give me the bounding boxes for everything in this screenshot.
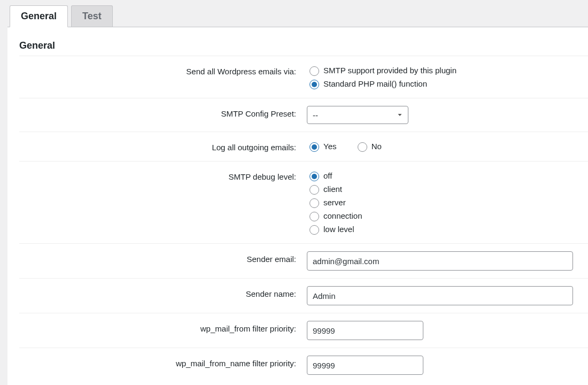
log-radio-no[interactable] [358,142,367,152]
debug-text-lowlevel: low level [323,225,354,234]
row-preset: SMTP Config Preset: -- [19,98,588,132]
send-via-text-smtp: SMTP support provided by this plugin [323,66,457,75]
send-via-option-php[interactable]: Standard PHP mail() function [307,77,577,90]
tab-general[interactable]: General [10,5,68,27]
from-priority-field [307,321,588,340]
sender-name-input[interactable] [307,286,573,305]
from-name-priority-label: wp_mail_from_name filter priority: [19,356,307,368]
debug-radio-connection[interactable] [310,212,319,221]
debug-option-connection[interactable]: connection [307,209,577,222]
debug-field: off client server connection low level [307,169,588,236]
log-text-no: No [372,142,382,151]
row-from-priority: wp_mail_from filter priority: [19,313,588,348]
row-log: Log all outgoing emails: Yes No [19,132,588,161]
tab-test[interactable]: Test [71,5,113,27]
row-from-name-priority: wp_mail_from_name filter priority: [19,348,588,382]
sender-email-field [307,251,588,271]
sender-email-input[interactable] [307,251,573,271]
debug-option-off[interactable]: off [307,169,577,182]
debug-text-connection: connection [323,211,362,220]
send-via-label: Send all Wordpress emails via: [19,64,307,76]
from-priority-label: wp_mail_from filter priority: [19,321,307,333]
debug-option-server[interactable]: server [307,196,577,209]
preset-select[interactable]: -- [307,106,408,124]
debug-text-server: server [323,198,346,207]
debug-option-lowlevel[interactable]: low level [307,222,577,236]
send-via-option-smtp[interactable]: SMTP support provided by this plugin [307,64,577,77]
debug-option-client[interactable]: client [307,182,577,196]
debug-text-client: client [323,184,342,194]
debug-text-off: off [323,171,332,180]
debug-radio-lowlevel[interactable] [310,225,319,235]
tabs-container: General Test [0,0,588,27]
log-label: Log all outgoing emails: [19,140,307,152]
from-name-priority-input[interactable] [307,356,423,375]
sender-name-label: Sender name: [19,286,307,298]
settings-page: General Test General Send all Wordpress … [0,0,588,385]
from-priority-input[interactable] [307,321,423,340]
sender-email-label: Sender email: [19,251,307,264]
log-option-yes[interactable]: Yes [307,140,336,153]
row-sender-email: Sender email: [19,243,588,278]
debug-label: SMTP debug level: [19,169,307,181]
sender-name-field [307,286,588,305]
debug-radio-server[interactable] [310,198,319,208]
preset-field: -- [307,106,588,124]
debug-radio-off[interactable] [310,172,319,181]
log-option-no[interactable]: No [355,140,382,153]
section-title: General [7,27,588,56]
from-name-priority-field [307,356,588,375]
row-sender-name: Sender name: [19,278,588,313]
row-debug: SMTP debug level: off client server conn… [19,161,588,243]
debug-radio-client[interactable] [310,185,319,195]
preset-label: SMTP Config Preset: [19,106,307,118]
tabs: General Test [10,5,588,27]
log-field: Yes No [307,140,588,153]
send-via-radio-php[interactable] [310,80,319,89]
log-text-yes: Yes [323,142,336,151]
row-send-via: Send all Wordpress emails via: SMTP supp… [19,56,588,98]
send-via-text-php: Standard PHP mail() function [323,79,427,88]
log-radio-yes[interactable] [310,142,319,152]
general-panel: General Send all Wordpress emails via: S… [7,27,588,385]
send-via-radio-smtp[interactable] [310,66,319,76]
send-via-field: SMTP support provided by this plugin Sta… [307,64,588,90]
